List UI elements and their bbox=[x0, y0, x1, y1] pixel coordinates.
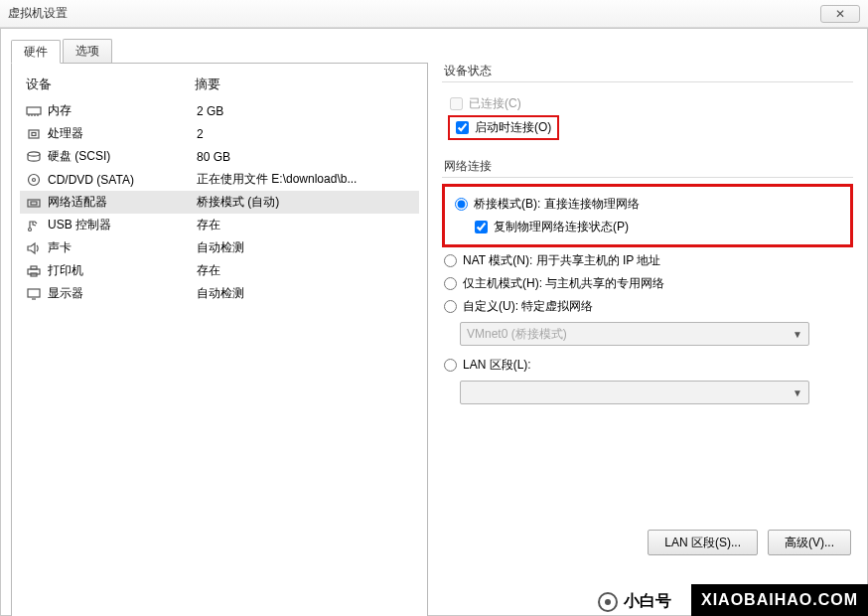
device-name: 网络适配器 bbox=[48, 194, 197, 211]
hostonly-label: 仅主机模式(H): 与主机共享的专用网络 bbox=[463, 275, 664, 292]
svg-rect-6 bbox=[32, 132, 36, 135]
connected-row: 已连接(C) bbox=[448, 92, 847, 115]
tab-hardware[interactable]: 硬件 bbox=[11, 40, 61, 64]
device-row-nic[interactable]: 网络适配器桥接模式 (自动) bbox=[20, 191, 419, 214]
lan-row[interactable]: LAN 区段(L): bbox=[442, 354, 853, 377]
vmnet-select-value: VMnet0 (桥接模式) bbox=[467, 326, 567, 343]
device-row-cpu[interactable]: 处理器2 bbox=[20, 122, 419, 145]
bridged-radio[interactable] bbox=[455, 198, 468, 211]
brand-bar: XIAOBAIHAO.COM bbox=[691, 584, 868, 616]
custom-radio[interactable] bbox=[444, 300, 457, 313]
vmnet-select[interactable]: VMnet0 (桥接模式) ▼ bbox=[460, 322, 809, 346]
display-icon bbox=[24, 286, 44, 302]
device-name: USB 控制器 bbox=[48, 217, 197, 233]
close-button[interactable]: ✕ bbox=[820, 5, 860, 23]
lan-select[interactable]: ▼ bbox=[460, 381, 809, 404]
device-name: 处理器 bbox=[48, 125, 197, 142]
col-summary: 摘要 bbox=[195, 76, 419, 93]
svg-rect-16 bbox=[28, 289, 40, 297]
device-list-panel: 设备 摘要 内存2 GB处理器2硬盘 (SCSI)80 GBCD/DVD (SA… bbox=[11, 63, 428, 616]
device-summary: 桥接模式 (自动) bbox=[197, 194, 415, 211]
device-summary: 正在使用文件 E:\download\b... bbox=[197, 171, 415, 188]
hostonly-radio[interactable] bbox=[444, 277, 457, 290]
brand-logo: 小白号 bbox=[598, 591, 671, 612]
device-row-printer[interactable]: 打印机存在 bbox=[20, 259, 419, 282]
device-name: 打印机 bbox=[48, 262, 197, 279]
svg-rect-5 bbox=[29, 130, 39, 138]
bridged-row[interactable]: 桥接模式(B): 直接连接物理网络 bbox=[453, 193, 842, 216]
device-summary: 自动检测 bbox=[197, 239, 415, 256]
device-settings-panel: 设备状态 已连接(C) 启动时连接(O) bbox=[438, 63, 857, 616]
connect-on-power-row[interactable]: 启动时连接(O) bbox=[456, 119, 551, 136]
usb-icon bbox=[24, 218, 44, 233]
lan-label: LAN 区段(L): bbox=[463, 357, 531, 374]
svg-rect-10 bbox=[28, 200, 40, 207]
device-row-usb[interactable]: USB 控制器存在 bbox=[20, 214, 419, 236]
connect-on-power-checkbox[interactable] bbox=[456, 121, 469, 134]
tab-strip: 硬件 选项 bbox=[11, 39, 428, 63]
brand-ring-icon bbox=[598, 592, 618, 612]
lan-radio[interactable] bbox=[444, 359, 457, 372]
brand-pre-text: 小白号 bbox=[624, 591, 671, 612]
device-summary: 2 GB bbox=[197, 104, 415, 118]
custom-label: 自定义(U): 特定虚拟网络 bbox=[463, 298, 593, 315]
nat-label: NAT 模式(N): 用于共享主机的 IP 地址 bbox=[463, 252, 660, 269]
svg-point-7 bbox=[28, 151, 40, 155]
window-title: 虚拟机设置 bbox=[8, 5, 68, 22]
nat-row[interactable]: NAT 模式(N): 用于共享主机的 IP 地址 bbox=[442, 249, 853, 272]
device-name: CD/DVD (SATA) bbox=[48, 173, 197, 187]
net-conn-title: 网络连接 bbox=[442, 158, 853, 175]
disc-icon bbox=[24, 172, 44, 188]
svg-rect-0 bbox=[27, 107, 41, 114]
hostonly-row[interactable]: 仅主机模式(H): 与主机共享的专用网络 bbox=[442, 272, 853, 295]
connected-checkbox bbox=[450, 97, 463, 110]
custom-row[interactable]: 自定义(U): 特定虚拟网络 bbox=[442, 295, 853, 318]
device-summary: 2 bbox=[197, 127, 415, 141]
device-row-memory[interactable]: 内存2 GB bbox=[20, 99, 419, 122]
svg-rect-14 bbox=[31, 266, 37, 269]
svg-point-12 bbox=[29, 228, 32, 231]
tab-options[interactable]: 选项 bbox=[63, 39, 112, 63]
replicate-label: 复制物理网络连接状态(P) bbox=[494, 219, 629, 235]
device-summary: 存在 bbox=[197, 217, 415, 233]
device-name: 内存 bbox=[48, 102, 197, 119]
device-name: 硬盘 (SCSI) bbox=[48, 148, 197, 165]
connect-on-power-label: 启动时连接(O) bbox=[475, 119, 551, 136]
title-bar: 虚拟机设置 ✕ bbox=[0, 0, 868, 28]
printer-icon bbox=[24, 263, 44, 279]
bridged-label: 桥接模式(B): 直接连接物理网络 bbox=[474, 196, 640, 213]
device-summary: 存在 bbox=[197, 262, 415, 279]
connected-label: 已连接(C) bbox=[469, 95, 521, 112]
device-row-hdd[interactable]: 硬盘 (SCSI)80 GB bbox=[20, 145, 419, 168]
device-name: 显示器 bbox=[48, 285, 197, 302]
cpu-icon bbox=[24, 126, 44, 142]
device-row-sound[interactable]: 声卡自动检测 bbox=[20, 236, 419, 259]
sound-icon bbox=[24, 240, 44, 256]
svg-rect-11 bbox=[31, 202, 37, 205]
device-summary: 自动检测 bbox=[197, 285, 415, 302]
replicate-row[interactable]: 复制物理网络连接状态(P) bbox=[453, 216, 842, 238]
nic-icon bbox=[24, 195, 44, 211]
col-device: 设备 bbox=[26, 76, 195, 93]
chevron-down-icon: ▼ bbox=[793, 329, 802, 340]
svg-point-9 bbox=[33, 178, 36, 181]
hdd-icon bbox=[24, 149, 44, 165]
nat-radio[interactable] bbox=[444, 254, 457, 267]
lan-segments-button[interactable]: LAN 区段(S)... bbox=[648, 530, 758, 555]
memory-icon bbox=[24, 103, 44, 119]
advanced-button[interactable]: 高级(V)... bbox=[768, 530, 851, 555]
svg-point-8 bbox=[29, 174, 40, 185]
replicate-checkbox[interactable] bbox=[475, 221, 488, 233]
device-name: 声卡 bbox=[48, 239, 197, 256]
device-state-title: 设备状态 bbox=[442, 63, 853, 79]
chevron-down-icon: ▼ bbox=[793, 387, 802, 398]
device-row-disc[interactable]: CD/DVD (SATA)正在使用文件 E:\download\b... bbox=[20, 168, 419, 191]
device-row-display[interactable]: 显示器自动检测 bbox=[20, 282, 419, 305]
device-summary: 80 GB bbox=[197, 150, 415, 164]
